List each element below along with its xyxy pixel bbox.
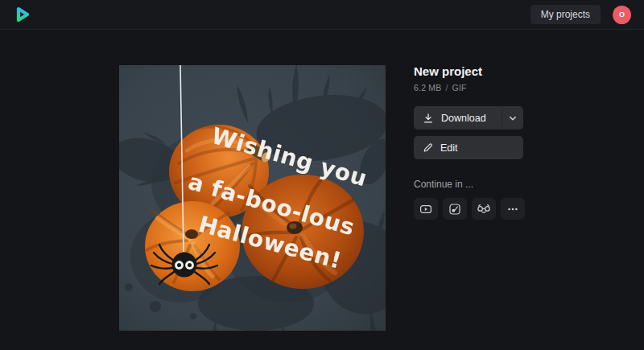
more-options-icon	[506, 203, 519, 216]
edit-button[interactable]: Edit	[414, 136, 523, 159]
project-title: New project	[414, 65, 583, 78]
file-meta: 6.2 MB/GIF	[414, 83, 583, 93]
project-preview-image[interactable]: Wishing you a fa-boo-lous Halloween!	[119, 65, 386, 331]
continue-in-label: Continue in ...	[414, 179, 583, 190]
youtube-icon	[419, 203, 432, 216]
edit-label: Edit	[440, 142, 458, 154]
file-type: GIF	[452, 83, 467, 93]
share-button-more[interactable]	[501, 198, 525, 220]
share-button-youtube[interactable]	[414, 198, 438, 220]
download-icon	[423, 113, 434, 124]
share-button-tiktok[interactable]	[443, 198, 467, 220]
file-size: 6.2 MB	[414, 83, 441, 93]
pencil-icon	[423, 142, 433, 153]
music-note-icon	[448, 203, 461, 216]
topbar: My projects O	[0, 0, 644, 30]
meta-separator: /	[445, 83, 448, 93]
download-split-button[interactable]: Download	[414, 106, 523, 130]
chevron-down-icon	[508, 113, 518, 123]
download-button[interactable]: Download	[414, 106, 502, 130]
my-projects-button[interactable]: My projects	[530, 5, 601, 24]
app-logo-play-icon[interactable]	[13, 5, 32, 24]
download-options-button[interactable]	[502, 106, 523, 130]
export-panel: New project 6.2 MB/GIF Download Edit Con…	[414, 65, 583, 220]
share-targets-row	[414, 198, 583, 220]
share-button-giphy[interactable]	[472, 198, 496, 220]
download-label: Download	[441, 113, 486, 124]
goggles-icon	[477, 204, 491, 214]
halloween-gif-preview: Wishing you a fa-boo-lous Halloween!	[119, 65, 386, 331]
avatar[interactable]: O	[613, 6, 631, 24]
